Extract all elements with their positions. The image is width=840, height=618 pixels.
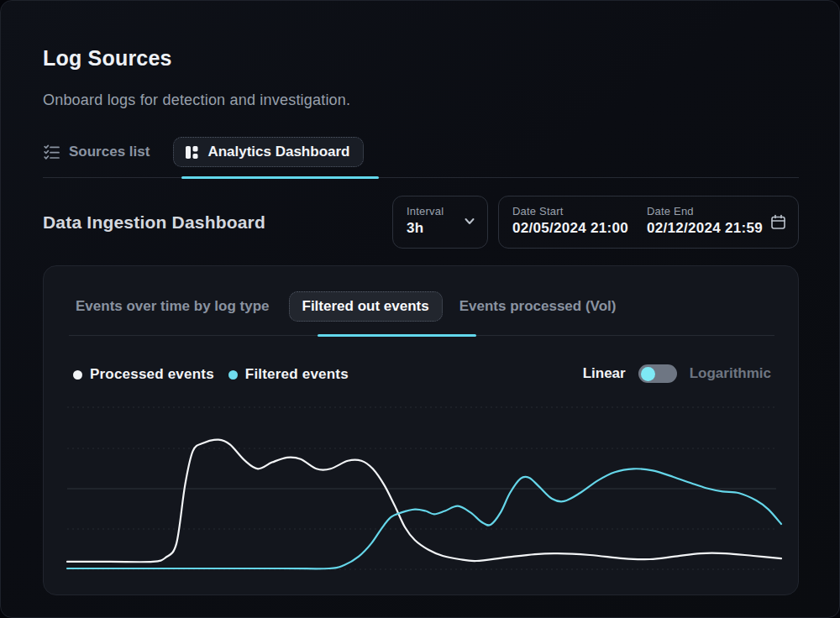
scale-toggle-group: Linear Logarithmic: [583, 362, 771, 385]
section-heading: Data Ingestion Dashboard: [43, 212, 265, 233]
linear-label: Linear: [583, 365, 626, 382]
legend-filtered-label: Filtered events: [245, 366, 349, 383]
processed-events-line: [67, 440, 781, 563]
date-end-value: 02/12/2024 21:59: [647, 220, 763, 237]
tab-analytics-dashboard-label: Analytics Dashboard: [207, 144, 349, 160]
legend-processed-label: Processed events: [90, 366, 214, 383]
view-tabs: Sources list Analytics Dashboard: [43, 135, 364, 169]
filtered-events-line: [67, 469, 781, 568]
log-sources-page: Log Sources Onboard logs for detection a…: [0, 0, 840, 618]
scale-toggle-switch[interactable]: [638, 364, 677, 383]
interval-select[interactable]: Interval 3h: [392, 196, 488, 249]
chevron-down-icon: [464, 217, 475, 227]
active-tab-indicator: [181, 176, 379, 179]
dashboard-grid-icon: [185, 145, 199, 160]
date-start-value: 02/05/2024 21:00: [512, 220, 628, 237]
ingestion-chart: [44, 388, 800, 589]
chart-active-tab-indicator: [318, 334, 476, 337]
legend-item-filtered: Filtered events: [228, 366, 349, 383]
chart-tab-filtered-out-events[interactable]: Filtered out events: [289, 291, 443, 322]
legend-item-processed: Processed events: [73, 366, 214, 383]
tab-sources-list-label: Sources list: [69, 144, 150, 160]
chart-legend: Processed events Filtered events: [73, 364, 349, 385]
date-start-field[interactable]: Date Start 02/05/2024 21:00: [512, 205, 628, 237]
interval-label: Interval: [407, 205, 475, 217]
checklist-icon: [43, 144, 60, 161]
tab-analytics-dashboard[interactable]: Analytics Dashboard: [173, 137, 364, 167]
chart-tabs: Events over time by log type Filtered ou…: [76, 291, 616, 322]
date-start-label: Date Start: [512, 205, 628, 217]
date-range-picker[interactable]: Date Start 02/05/2024 21:00 Date End 02/…: [498, 196, 799, 249]
toggle-knob: [641, 367, 655, 381]
logarithmic-label: Logarithmic: [690, 365, 771, 382]
filtered-dot-icon: [228, 370, 238, 380]
tab-sources-list[interactable]: Sources list: [43, 144, 150, 161]
processed-dot-icon: [73, 370, 82, 380]
chart-tab-events-processed[interactable]: Events processed (Vol): [459, 298, 617, 315]
analytics-card: Events over time by log type Filtered ou…: [43, 265, 799, 595]
chart-tab-events-over-time[interactable]: Events over time by log type: [76, 298, 270, 315]
date-end-label: Date End: [647, 205, 763, 217]
page-subtitle: Onboard logs for detection and investiga…: [43, 92, 350, 109]
page-title: Log Sources: [43, 46, 172, 71]
tabs-divider: [43, 177, 799, 178]
date-end-field[interactable]: Date End 02/12/2024 21:59: [647, 205, 763, 237]
calendar-icon[interactable]: [769, 213, 787, 231]
